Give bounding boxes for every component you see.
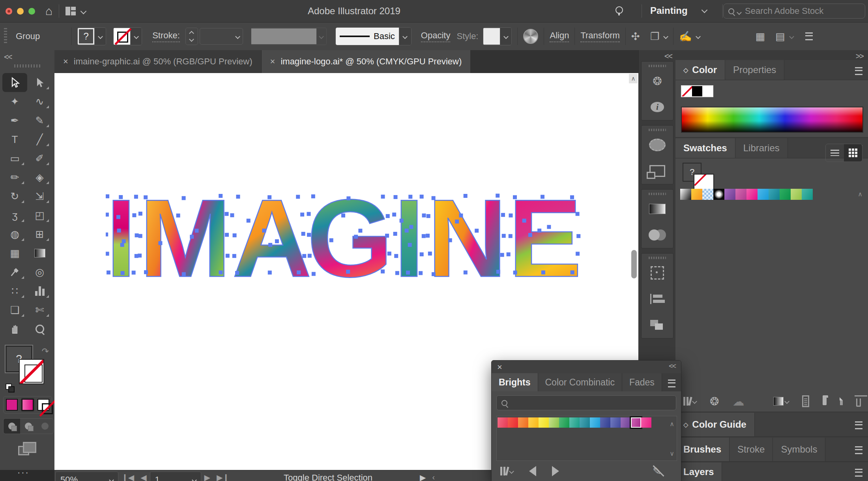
anchor-point[interactable] (422, 214, 426, 218)
pen-tool[interactable]: ✒ (2, 111, 27, 130)
library-swatch-indigo[interactable] (610, 417, 621, 428)
stroke-weight-chevron-down-icon[interactable] (235, 34, 240, 39)
panel-grip[interactable] (4, 28, 7, 45)
library-swatch-cyan-blue[interactable] (590, 417, 600, 428)
anchor-point[interactable] (300, 212, 304, 216)
anchor-point[interactable] (132, 213, 136, 217)
anchor-point[interactable] (509, 234, 513, 238)
isolate-chevron-down-icon[interactable] (663, 34, 668, 39)
scroll-up-icon[interactable]: ∧ (670, 420, 674, 428)
anchor-point[interactable] (409, 225, 413, 229)
anchor-point[interactable] (513, 271, 517, 274)
anchor-point[interactable] (408, 195, 412, 199)
none-button[interactable] (37, 398, 50, 411)
anchor-point[interactable] (116, 215, 120, 219)
anchor-point[interactable] (386, 214, 390, 218)
anchor-point[interactable] (301, 232, 305, 236)
stroke-color-control[interactable] (113, 27, 142, 45)
anchor-point[interactable] (117, 229, 121, 233)
fill-color-control[interactable]: ? (77, 27, 106, 45)
anchor-point[interactable] (387, 252, 391, 256)
anchor-point[interactable] (106, 233, 108, 237)
graphic-style-control[interactable] (483, 27, 512, 45)
anchor-point[interactable] (232, 254, 236, 258)
collapse-toolbar-icon[interactable]: << (4, 53, 11, 62)
show-swatch-kinds-icon[interactable] (773, 397, 789, 406)
anchor-point[interactable] (224, 212, 228, 216)
anchor-point[interactable] (236, 195, 240, 199)
scale-tool[interactable]: ⇲ (27, 187, 52, 206)
anchor-point[interactable] (307, 233, 311, 237)
anchor-point[interactable] (297, 271, 301, 274)
anchor-point[interactable] (459, 214, 463, 218)
anchor-point[interactable] (432, 272, 436, 276)
hscroll-left-icon[interactable]: ‹ (432, 473, 435, 481)
first-artboard-icon[interactable]: ❙◀ (122, 473, 134, 481)
anchor-point[interactable] (138, 212, 142, 216)
anchor-point[interactable] (464, 194, 468, 198)
align-icon[interactable] (642, 286, 673, 312)
swatch-libraries-menu-icon[interactable] (499, 467, 513, 475)
align-to-grid-icon[interactable]: ▦ (755, 30, 765, 43)
new-color-group-icon[interactable] (823, 397, 827, 405)
anchor-point[interactable] (501, 213, 505, 217)
color-guide-menu-icon[interactable] (855, 421, 862, 429)
hscroll-right-icon[interactable]: ▶ (420, 473, 426, 481)
swatch-black-radial-gradient[interactable] (713, 189, 724, 200)
snap-chevron-down-icon[interactable] (789, 34, 794, 39)
swatch-purple-gradient[interactable] (724, 189, 735, 200)
brushes-menu-icon[interactable] (855, 446, 862, 454)
swatch-options-icon[interactable] (802, 395, 809, 407)
anchor-point[interactable] (302, 254, 306, 258)
anchor-point[interactable] (190, 235, 194, 239)
anchor-point[interactable] (393, 232, 397, 236)
delete-swatch-icon[interactable] (856, 398, 861, 407)
style-chevron-down-icon[interactable] (500, 28, 511, 45)
tab-layers[interactable]: Layers (675, 462, 722, 481)
edit-paths-chevron-down-icon[interactable] (696, 34, 701, 39)
anchor-point[interactable] (500, 253, 504, 257)
pathfinder-icon[interactable] (642, 312, 673, 338)
tab-swatches[interactable]: Swatches (675, 138, 735, 158)
edit-selected-paths-icon[interactable]: ✍ (679, 30, 692, 43)
anchor-point[interactable] (537, 229, 541, 233)
anchor-point[interactable] (329, 238, 333, 242)
panel-cycle-icon[interactable]: ◇ (683, 421, 688, 428)
swatch-libraries-menu-icon[interactable] (683, 397, 696, 406)
tab-brushes[interactable]: Brushes (675, 438, 730, 461)
shaper-tool[interactable]: ✏ (2, 168, 27, 187)
anchor-point[interactable] (311, 194, 315, 198)
tab-symbols[interactable]: Symbols (773, 438, 825, 461)
library-swatch-teal-green[interactable] (569, 417, 580, 428)
anchor-point[interactable] (428, 252, 432, 256)
anchor-point[interactable] (182, 196, 186, 200)
anchor-point[interactable] (408, 243, 412, 247)
anchor-point[interactable] (571, 271, 574, 274)
library-swatch-green[interactable] (559, 417, 569, 428)
draw-behind-button[interactable] (20, 419, 37, 434)
letter-a-2[interactable]: A (232, 192, 312, 284)
anchor-point[interactable] (144, 270, 148, 274)
anchor-point[interactable] (405, 229, 409, 233)
swatch-blue-gradient[interactable] (758, 189, 769, 200)
anchor-point[interactable] (502, 234, 506, 238)
anchor-point[interactable] (354, 235, 358, 239)
brush-definition-dropdown[interactable]: Basic (335, 27, 412, 45)
letter-n-5[interactable]: N (427, 192, 507, 284)
anchor-point[interactable] (182, 272, 186, 276)
anchor-point[interactable] (296, 195, 300, 199)
info-icon[interactable]: i (642, 94, 673, 120)
anchor-point[interactable] (312, 272, 316, 276)
tab-libraries[interactable]: Libraries (735, 138, 788, 158)
anchor-point[interactable] (226, 254, 230, 258)
anchor-point[interactable] (195, 229, 198, 233)
color-themes-icon[interactable]: ❂ (710, 395, 719, 408)
white-swatch[interactable] (702, 86, 713, 96)
recolor-artwork-icon[interactable] (523, 29, 538, 44)
anchor-point[interactable] (507, 252, 511, 256)
stroke-weight-stepper[interactable] (185, 28, 198, 45)
swatch-teal-gradient[interactable] (769, 189, 780, 200)
default-fill-stroke-icon[interactable] (6, 383, 14, 392)
tab-color[interactable]: ◇ Color (675, 60, 725, 80)
anchor-point[interactable] (541, 195, 544, 199)
